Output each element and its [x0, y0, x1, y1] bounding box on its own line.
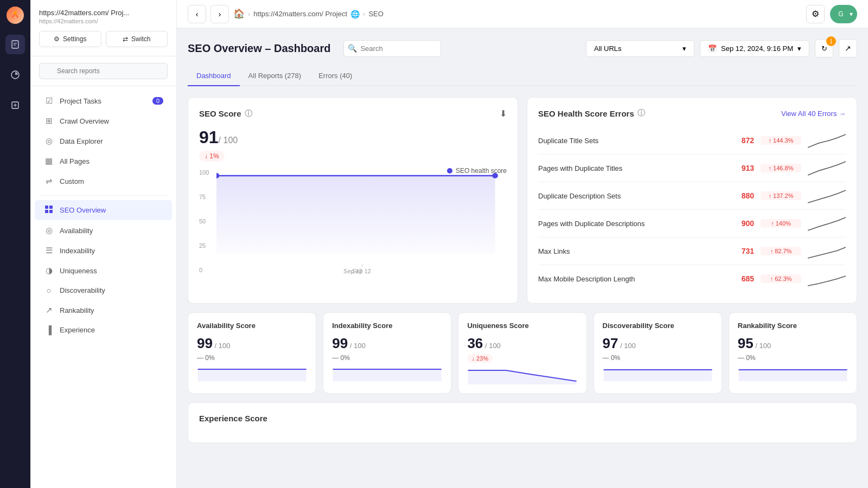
sidebar-item-data-explorer[interactable]: ◎ Data Explorer — [35, 131, 172, 151]
error-count: 685 — [732, 274, 754, 283]
url-selector-label: All URLs — [594, 44, 622, 53]
settings-icon-button[interactable]: ⚙ — [806, 5, 825, 23]
view-all-errors-link[interactable]: View All 40 Errors → — [781, 110, 846, 118]
breadcrumb-project[interactable]: https://42matters.com/ Project — [253, 10, 347, 18]
nav-label: Indexability — [60, 247, 95, 255]
uniqueness-value-wrap: 36 / 100 — [467, 335, 577, 352]
errors-info-icon[interactable]: ⓘ — [637, 108, 645, 118]
error-name: Max Mobile Description Length — [538, 275, 726, 283]
sidebar-item-availability[interactable]: ◎ Availability — [35, 221, 172, 240]
seo-icon — [43, 205, 54, 215]
tab-all-reports[interactable]: All Reports (278) — [240, 66, 310, 86]
site-url: https://42matters.com/ Proj... — [39, 9, 168, 17]
refresh-button[interactable]: ↻ 1 — [815, 39, 833, 57]
sidebar-item-crawl-overview[interactable]: ⊞ Crawl Overview — [35, 111, 172, 131]
indexability-score: 99 — [332, 335, 348, 351]
svg-rect-10 — [49, 206, 53, 209]
seo-score-value: 91 — [199, 127, 219, 147]
nav-label: Discoverability — [60, 286, 105, 294]
custom-icon: ⇌ — [43, 176, 54, 186]
tabs: Dashboard All Reports (278) Errors (40) — [188, 66, 857, 86]
discoverability-value-wrap: 97 / 100 — [603, 335, 713, 352]
settings-button[interactable]: ⚙ Settings — [39, 31, 101, 47]
pages-icon: ▦ — [43, 156, 54, 166]
availability-change: — 0% — [197, 354, 307, 362]
availability-title: Availability Score — [197, 322, 307, 330]
page-search-input[interactable] — [343, 40, 441, 57]
rankability-mini-chart — [738, 367, 848, 383]
nav-label: Rankability — [60, 306, 94, 314]
download-icon[interactable]: ⬇ — [500, 108, 507, 119]
tab-errors[interactable]: Errors (40) — [310, 66, 361, 86]
sidebar-item-uniqueness[interactable]: ◑ Uniqueness — [35, 261, 172, 280]
sidebar-item-experience[interactable]: ▐ Experience — [35, 320, 172, 339]
experience-title: Experience Score — [199, 414, 846, 423]
date-selector[interactable]: 📅 Sep 12, 2024, 9:16 PM ▾ — [700, 40, 809, 57]
forward-button[interactable]: › — [210, 5, 229, 23]
sidebar-nav: ☑ Project Tasks 0 ⊞ Crawl Overview ◎ Dat… — [30, 86, 176, 488]
content-area: SEO Overview – Dashboard 🔍 All URLs ▾ 📅 … — [177, 28, 868, 488]
sidebar-item-custom[interactable]: ⇌ Custom — [35, 171, 172, 191]
sidebar-item-project-tasks[interactable]: ☑ Project Tasks 0 — [35, 91, 172, 111]
avatar-chevron: ▾ — [850, 10, 853, 18]
error-sparkline — [808, 215, 846, 232]
error-sparkline — [808, 188, 846, 204]
uniqueness-change: ↓ 23% — [467, 354, 577, 363]
sidebar-item-seo-overview[interactable]: SEO Overview — [35, 200, 172, 220]
error-sparkline — [808, 243, 846, 259]
breadcrumb-sep-1: › — [248, 10, 250, 18]
info-icon[interactable]: ⓘ — [245, 109, 252, 119]
rail-icon-tasks[interactable] — [5, 95, 25, 115]
page-header: SEO Overview – Dashboard 🔍 All URLs ▾ 📅 … — [188, 39, 857, 57]
breadcrumb-seo[interactable]: SEO — [368, 10, 383, 18]
main-area: ‹ › 🏠 › https://42matters.com/ Project 🌐… — [177, 0, 868, 488]
errors-card-title: SEO Health Score Errors ⓘ — [538, 108, 645, 118]
seo-score-denom: / 100 — [219, 136, 238, 145]
sidebar-item-all-pages[interactable]: ▦ All Pages — [35, 151, 172, 171]
rail-icon-bookmark[interactable] — [5, 35, 25, 54]
back-button[interactable]: ‹ — [188, 5, 206, 23]
rankability-score: 95 — [738, 335, 754, 351]
date-label: Sep 12, 2024, 9:16 PM — [721, 44, 793, 53]
uniqueness-down-badge: ↓ 23% — [467, 354, 493, 363]
error-sparkline — [808, 160, 846, 176]
discoverability-title: Discoverability Score — [603, 322, 713, 330]
error-count: 913 — [732, 164, 754, 172]
nav-label: Project Tasks — [60, 97, 101, 105]
crawl-icon: ⊞ — [43, 116, 54, 126]
svg-rect-18 — [603, 370, 712, 381]
sidebar-item-discoverability[interactable]: ○ Discoverability — [35, 281, 172, 300]
chevron-down-icon: ▾ — [797, 44, 801, 53]
rankability-change: — 0% — [738, 354, 848, 362]
nav-label: Data Explorer — [60, 137, 103, 145]
error-row: Max Links 731 ↑ 82.7% — [538, 237, 846, 265]
sidebar-header: https://42matters.com/ Proj... https://4… — [30, 0, 176, 56]
tasks-icon: ☑ — [43, 96, 54, 106]
search-icon: 🔍 — [348, 44, 357, 53]
error-count: 731 — [732, 247, 754, 255]
sidebar-item-rankability[interactable]: ↗ Rankability — [35, 300, 172, 320]
rankability-value-wrap: 95 / 100 — [738, 335, 848, 352]
dashboard-main-row: SEO Score ⓘ ⬇ 91/ 100 ↓ 1% SEO health sc… — [188, 97, 857, 304]
avatar[interactable]: G ▾ — [830, 5, 857, 23]
topbar: ‹ › 🏠 › https://42matters.com/ Project 🌐… — [177, 0, 868, 28]
site-info: https://42matters.com/ Proj... https://4… — [39, 9, 168, 24]
svg-rect-9 — [45, 206, 48, 209]
avatar-icon: G — [834, 8, 847, 21]
url-selector[interactable]: All URLs ▾ — [586, 40, 694, 57]
settings-label: Settings — [63, 35, 86, 43]
error-name: Pages with Duplicate Titles — [538, 164, 726, 172]
svg-point-14 — [492, 173, 498, 178]
rankability-title: Rankability Score — [738, 322, 848, 330]
switch-button[interactable]: ⇄ Switch — [106, 31, 168, 47]
rail-icon-chart[interactable] — [5, 65, 25, 85]
share-button[interactable]: ↗ — [839, 39, 857, 57]
search-input[interactable] — [39, 63, 168, 79]
availability-mini-chart — [197, 367, 307, 383]
home-icon[interactable]: 🏠 — [233, 8, 245, 20]
error-count: 872 — [732, 136, 754, 145]
score-change-badge: ↓ 1% — [199, 151, 225, 162]
uniqueness-score-card: Uniqueness Score 36 / 100 ↓ 23% — [458, 312, 586, 394]
sidebar-item-indexability[interactable]: ☰ Indexability — [35, 241, 172, 260]
tab-dashboard[interactable]: Dashboard — [188, 66, 240, 86]
